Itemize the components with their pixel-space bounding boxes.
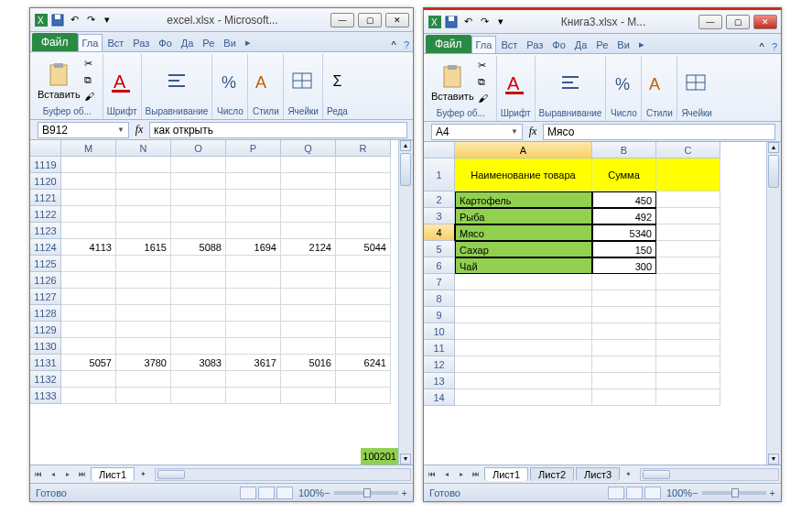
fx-icon[interactable]: fx [129, 123, 149, 137]
col-header-n[interactable]: N [116, 140, 171, 157]
row-header[interactable]: 8 [424, 290, 455, 307]
cell[interactable]: 2124 [281, 239, 336, 256]
cell[interactable] [116, 388, 171, 404]
sheet-tab-1[interactable]: Лист1 [484, 467, 528, 481]
cell[interactable] [281, 338, 336, 355]
cell[interactable] [116, 338, 171, 355]
cut-icon[interactable]: ✂ [84, 58, 99, 72]
cell[interactable] [171, 322, 226, 338]
save-icon[interactable] [50, 13, 65, 27]
tab-layout[interactable]: Раз [522, 36, 547, 53]
cell[interactable] [171, 223, 226, 239]
row-header[interactable]: 14 [424, 389, 455, 406]
view-page-layout-icon[interactable] [626, 487, 643, 499]
zoom-out-icon[interactable]: − [324, 487, 330, 498]
cell[interactable] [336, 322, 391, 338]
cell-item-name[interactable]: Чай [455, 257, 592, 274]
hscroll-thumb[interactable] [157, 470, 185, 479]
cell[interactable]: 4113 [61, 239, 116, 256]
cell[interactable] [656, 373, 720, 389]
cell[interactable] [281, 388, 336, 404]
cell[interactable] [226, 305, 281, 322]
row-header[interactable]: 1121 [30, 190, 61, 206]
cell[interactable] [336, 272, 391, 289]
cell[interactable] [226, 190, 281, 206]
row-header[interactable]: 1126 [30, 272, 61, 289]
cell[interactable] [336, 206, 391, 223]
cell[interactable] [455, 323, 592, 340]
minimize-ribbon-icon[interactable]: ^ [387, 38, 400, 51]
cell[interactable] [281, 371, 336, 388]
minimize-ribbon-icon[interactable]: ^ [755, 40, 768, 53]
cell[interactable] [281, 272, 336, 289]
cell[interactable] [281, 305, 336, 322]
cell[interactable] [226, 322, 281, 338]
tab-review[interactable]: Ре [198, 34, 219, 51]
tab-home[interactable]: Гла [471, 36, 497, 53]
tab-layout[interactable]: Раз [128, 34, 154, 51]
cell[interactable] [455, 290, 592, 307]
titlebar[interactable]: X ↶ ↷ ▾ Книга3.xlsx - M... — ▢ ✕ [424, 10, 781, 34]
row-header[interactable]: 1119 [30, 157, 61, 173]
cell[interactable] [171, 388, 226, 404]
cell[interactable] [116, 322, 171, 338]
titlebar[interactable]: X ↶ ↷ ▾ excel.xlsx - Microsoft... — ▢ ✕ [30, 8, 413, 32]
cell[interactable] [61, 173, 116, 190]
cell[interactable] [592, 356, 656, 373]
paste-button[interactable]: Вставить [36, 61, 82, 102]
row-header[interactable]: 7 [424, 274, 455, 290]
zoom-level[interactable]: 100% [298, 487, 324, 498]
cell-item-sum[interactable]: 450 [592, 191, 656, 208]
select-all-corner[interactable] [30, 140, 61, 157]
scroll-up-icon[interactable]: ▴ [768, 142, 779, 153]
scroll-down-icon[interactable]: ▾ [400, 454, 411, 465]
cell[interactable] [61, 371, 116, 388]
format-painter-icon[interactable]: 🖌 [478, 93, 493, 107]
cell[interactable]: 5016 [281, 355, 336, 371]
help-icon[interactable]: ? [768, 40, 781, 53]
cell-item-name[interactable]: Рыба [455, 208, 592, 224]
row-header[interactable]: 1133 [30, 388, 61, 404]
cell[interactable] [281, 322, 336, 338]
cell[interactable]: 5057 [61, 355, 116, 371]
cell[interactable]: 1694 [226, 239, 281, 256]
cell[interactable] [592, 373, 656, 389]
row-header[interactable]: 3 [424, 208, 455, 224]
namebox-dropdown-icon[interactable]: ▼ [511, 127, 518, 136]
row-header[interactable]: 13 [424, 373, 455, 389]
cell[interactable] [656, 159, 720, 191]
zoom-in-icon[interactable]: + [770, 487, 775, 498]
cell[interactable] [61, 305, 116, 322]
cell[interactable] [61, 256, 116, 272]
sheet-tab-3[interactable]: Лист3 [576, 467, 620, 481]
row-header[interactable]: 1132 [30, 371, 61, 388]
tab-nav-last-icon[interactable]: ⏭ [470, 468, 482, 481]
tab-nav-prev-icon[interactable]: ◂ [47, 468, 60, 481]
undo-icon[interactable]: ↶ [67, 13, 81, 27]
font-button[interactable]: A [502, 70, 529, 97]
cells-button[interactable] [683, 70, 710, 97]
cell[interactable] [656, 224, 720, 241]
tab-overflow-icon[interactable]: ▸ [634, 35, 649, 53]
cell[interactable] [116, 157, 171, 173]
cell[interactable] [61, 272, 116, 289]
col-header-m[interactable]: M [61, 140, 116, 157]
cell[interactable] [61, 338, 116, 355]
scroll-thumb[interactable] [768, 155, 779, 188]
horizontal-scrollbar[interactable] [640, 468, 779, 481]
cell[interactable] [656, 191, 720, 208]
col-header-o[interactable]: O [171, 140, 226, 157]
cell[interactable] [455, 356, 592, 373]
cell[interactable] [226, 157, 281, 173]
worksheet-grid[interactable]: A B C 1Наименование товараСумма2Картофел… [424, 142, 781, 465]
cell[interactable] [336, 338, 391, 355]
row-header[interactable]: 10 [424, 323, 455, 340]
cell[interactable] [592, 307, 656, 323]
view-page-layout-icon[interactable] [258, 487, 275, 499]
cell[interactable] [116, 173, 171, 190]
cell[interactable] [226, 256, 281, 272]
tab-formulas[interactable]: Фо [154, 34, 176, 51]
close-button[interactable]: ✕ [385, 13, 409, 27]
redo-icon[interactable]: ↷ [477, 15, 492, 29]
cell-item-name[interactable]: Картофель [455, 191, 592, 208]
